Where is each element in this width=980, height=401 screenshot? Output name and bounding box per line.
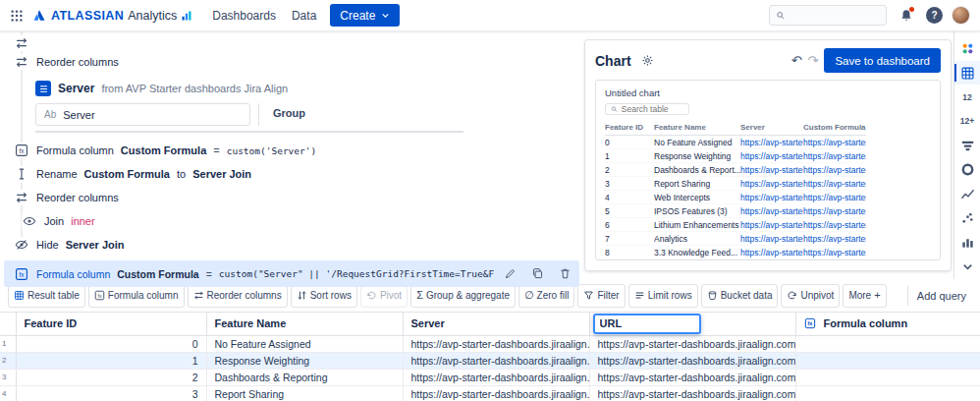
step-formula-column-1[interactable]: fx Formula column Custom Formula = custo…: [0, 139, 584, 162]
toolbar-more-button[interactable]: More +: [843, 284, 886, 308]
column-header-server[interactable]: Server: [403, 313, 589, 335]
group-column-header[interactable]: Group: [259, 103, 305, 126]
notifications-bell-icon[interactable]: [896, 5, 917, 27]
step-rename-column[interactable]: Rename Custom Formula to Server Join: [0, 162, 584, 186]
nav-dashboards[interactable]: Dashboards: [212, 9, 276, 23]
table-row[interactable]: 7Analyticshttps://avp-starter-d...https:…: [605, 232, 866, 246]
single-value-viz-icon[interactable]: 12: [954, 85, 980, 109]
table-cell[interactable]: 0: [605, 136, 654, 149]
table-cell[interactable]: 1: [16, 352, 206, 369]
toolbar-reorder-columns-button[interactable]: Reorder columns: [188, 284, 288, 308]
table-cell[interactable]: https://avp-starter-dashboards.jiraalign…: [589, 352, 795, 369]
table-cell[interactable]: Web Intercepts: [654, 191, 740, 204]
table-cell[interactable]: https://avp-starter-dashboards.jiraalign…: [403, 385, 589, 401]
table-cell[interactable]: https://avp-starter-d...: [803, 259, 866, 261]
table-cell[interactable]: No Feature Assigned: [206, 335, 403, 352]
table-row[interactable]: 21Response Weightinghttps://avp-starter-…: [0, 352, 980, 369]
step-join[interactable]: Join inner: [0, 209, 584, 233]
table-cell[interactable]: 3: [0, 369, 16, 385]
table-cell[interactable]: 0: [16, 335, 206, 352]
column-header-feature-id[interactable]: Feature ID: [16, 313, 206, 335]
table-cell[interactable]: Dashboards & Reporting: [206, 369, 403, 385]
table-cell[interactable]: No Feature Assigned: [654, 136, 740, 149]
table-cell[interactable]: https://avp-starter-d...: [803, 218, 866, 232]
avatar[interactable]: [952, 6, 970, 25]
table-cell[interactable]: https://avp-starter-dashboards.jiraalign…: [589, 385, 795, 401]
redo-icon[interactable]: ↷: [808, 53, 819, 68]
search-input[interactable]: [790, 10, 881, 22]
table-cell[interactable]: https://avp-starter-dashboards.jiraalign…: [403, 335, 589, 352]
toolbar-group-aggregate-button[interactable]: Σ Group & aggregate: [410, 284, 516, 308]
save-to-dashboard-button[interactable]: Save to dashboard: [824, 48, 941, 73]
chart-style-icon[interactable]: [954, 36, 980, 61]
donut-viz-icon[interactable]: [954, 158, 980, 183]
table-cell[interactable]: Dashboards & Report...: [654, 163, 740, 177]
table-cell[interactable]: Lithium Enhancements: [654, 218, 740, 232]
top-search[interactable]: [769, 5, 887, 26]
table-cell[interactable]: https://avp-starter-d...: [740, 149, 803, 163]
table-cell[interactable]: https://avp-starter-d...: [803, 136, 866, 149]
help-icon[interactable]: ?: [926, 7, 943, 24]
toolbar-unpivot-button[interactable]: Unpivot: [781, 284, 840, 308]
chart-name[interactable]: Untitled chart: [605, 87, 931, 98]
table-cell[interactable]: [795, 369, 980, 385]
eye-icon[interactable]: [22, 213, 37, 229]
table-row[interactable]: 0No Feature Assignedhttps://avp-starter-…: [605, 136, 866, 149]
column-header-formula[interactable]: fx Formula column: [795, 313, 980, 335]
field-chip-server[interactable]: Ab Server: [35, 103, 250, 126]
table-cell[interactable]: https://avp-starter-d...: [740, 218, 803, 232]
table-cell[interactable]: https://avp-starter-dashboards.jiraalign…: [589, 335, 795, 352]
table-cell[interactable]: [795, 335, 980, 352]
table-cell[interactable]: 8: [605, 246, 654, 259]
table-row[interactable]: 43Report Sharinghttps://avp-starter-dash…: [0, 385, 980, 401]
column-header-feature-name[interactable]: Feature Name: [206, 313, 403, 335]
table-cell[interactable]: 2: [605, 163, 654, 177]
table-cell[interactable]: 9: [605, 259, 654, 261]
table-cell[interactable]: 4: [0, 385, 16, 401]
table-cell[interactable]: https://avp-starter-d...: [803, 149, 866, 163]
table-cell[interactable]: 2: [16, 369, 206, 385]
table-cell[interactable]: 7: [605, 232, 654, 246]
chart-settings-gear-icon[interactable]: [637, 50, 659, 72]
table-cell[interactable]: Response Weighting: [206, 352, 403, 369]
duplicate-step-icon[interactable]: [528, 265, 546, 283]
table-cell[interactable]: [795, 385, 980, 401]
step-reorder-columns-1[interactable]: Reorder columns: [0, 50, 584, 74]
table-cell[interactable]: 5: [605, 204, 654, 218]
table-row[interactable]: 4Web Interceptshttps://avp-starter-d...h…: [605, 191, 866, 204]
table-row[interactable]: 10No Feature Assignedhttps://avp-starter…: [0, 335, 980, 352]
table-cell[interactable]: https://avp-starter-d...: [740, 246, 803, 259]
table-cell[interactable]: Report Sharing: [654, 177, 740, 191]
table-row[interactable]: 6Lithium Enhancementshttps://avp-starter…: [605, 218, 866, 232]
table-cell[interactable]: 3: [605, 177, 654, 191]
table-search[interactable]: [605, 103, 689, 115]
step-formula-column-selected[interactable]: fx Formula column Custom Formula = custo…: [4, 260, 579, 287]
table-cell[interactable]: https://avp-starter-d...: [740, 259, 803, 261]
table-row[interactable]: 5IPSOS Features (3)https://avp-starter-d…: [605, 204, 866, 218]
brand-logo[interactable]: ATLASSIAN Analytics: [27, 8, 198, 24]
table-row[interactable]: 3Report Sharinghttps://avp-starter-d...h…: [605, 177, 866, 191]
table-cell[interactable]: Hard Deletes: [654, 259, 740, 261]
step-reorder-columns-2[interactable]: Reorder columns: [0, 186, 584, 209]
table-row[interactable]: 9Hard Deleteshttps://avp-starter-d...htt…: [605, 259, 866, 261]
edit-step-icon[interactable]: [501, 265, 518, 283]
table-cell[interactable]: Analytics: [654, 232, 740, 246]
table-cell[interactable]: https://avp-starter-dashboards.jiraalign…: [589, 369, 795, 385]
table-cell[interactable]: IPSOS Features (3): [654, 204, 740, 218]
table-cell[interactable]: Response Weighting: [654, 149, 740, 163]
table-cell[interactable]: https://avp-starter-d...: [740, 177, 803, 191]
delete-step-icon[interactable]: [556, 265, 573, 283]
table-cell[interactable]: https://avp-starter-d...: [803, 232, 866, 246]
toolbar-bucket-data-button[interactable]: Bucket data: [701, 284, 779, 308]
column-name-input[interactable]: [593, 314, 701, 334]
scatter-viz-icon[interactable]: [954, 206, 980, 231]
add-query-button[interactable]: Add query: [911, 290, 972, 302]
table-cell[interactable]: 3.3 Knowledge Feed...: [654, 246, 740, 259]
toolbar-zero-fill-button[interactable]: ∅ Zero fill: [518, 284, 574, 308]
toolbar-result-table-button[interactable]: Result table: [8, 284, 85, 308]
toolbar-limit-rows-button[interactable]: Limit rows: [628, 284, 698, 308]
table-cell[interactable]: Report Sharing: [206, 385, 403, 401]
step-previous-partial[interactable]: [0, 35, 584, 50]
table-viz-icon[interactable]: [954, 61, 980, 86]
create-button[interactable]: Create: [330, 4, 400, 27]
